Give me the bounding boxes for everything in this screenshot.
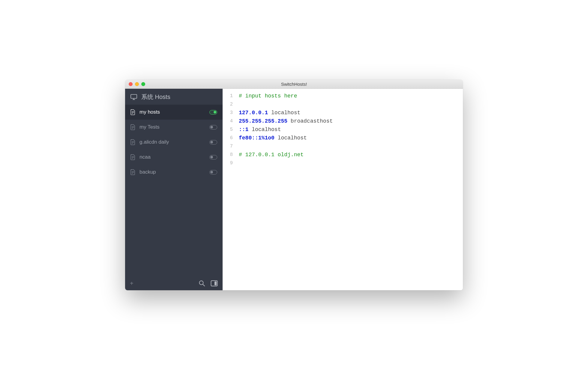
zoom-window-button[interactable] bbox=[141, 82, 145, 86]
file-icon bbox=[130, 169, 135, 175]
content-area: 系统 Hosts my hostsmy Testsg.alicdn dailyn… bbox=[125, 89, 463, 290]
code-line[interactable] bbox=[239, 159, 333, 167]
code-line[interactable]: ::1 localhost bbox=[239, 125, 333, 134]
ip-address: 255.255.255.255 bbox=[239, 118, 287, 124]
line-number-gutter: 123456789 bbox=[223, 89, 236, 290]
file-icon bbox=[130, 139, 135, 145]
line-number: 5 bbox=[223, 125, 233, 134]
comment-text: # input hosts here bbox=[239, 93, 297, 99]
line-number: 6 bbox=[223, 134, 233, 142]
svg-line-19 bbox=[203, 284, 205, 286]
sidebar-item-ncaa[interactable]: ncaa bbox=[125, 150, 223, 165]
line-number: 8 bbox=[223, 151, 233, 159]
sidebar-item-label: my Tests bbox=[140, 124, 205, 130]
sidebar-header-label: 系统 Hosts bbox=[141, 93, 170, 101]
add-host-button[interactable]: + bbox=[130, 280, 134, 286]
file-icon bbox=[130, 124, 135, 130]
ip-address: 127.0.0.1 bbox=[239, 110, 268, 116]
hosts-editor[interactable]: 123456789 # input hosts here 127.0.0.1 l… bbox=[223, 89, 463, 290]
sidebar-item-system-hosts[interactable]: 系统 Hosts bbox=[125, 89, 223, 105]
minimize-window-button[interactable] bbox=[135, 82, 139, 86]
close-window-button[interactable] bbox=[129, 82, 133, 86]
code-line[interactable]: # input hosts here bbox=[239, 92, 333, 100]
code-area[interactable]: # input hosts here 127.0.0.1 localhost25… bbox=[236, 89, 335, 290]
sidebar-item-my-tests[interactable]: my Tests bbox=[125, 120, 223, 135]
sidebar-item-my-hosts[interactable]: my hosts bbox=[125, 105, 223, 120]
monitor-icon bbox=[130, 94, 137, 100]
sidebar-item-label: backup bbox=[140, 169, 205, 175]
sidebar-item-label: g.alicdn daily bbox=[140, 139, 205, 145]
panel-toggle-icon[interactable] bbox=[211, 280, 218, 287]
hostname: localhost bbox=[278, 135, 307, 141]
file-icon bbox=[130, 154, 135, 160]
sidebar-list: my hostsmy Testsg.alicdn dailyncaabackup bbox=[125, 105, 223, 276]
hostname: broadcasthost bbox=[291, 118, 333, 124]
titlebar[interactable]: SwitchHosts! bbox=[125, 80, 463, 89]
code-line[interactable]: 255.255.255.255 broadcasthost bbox=[239, 117, 333, 125]
sidebar-item-label: my hosts bbox=[140, 109, 205, 115]
sidebar: 系统 Hosts my hostsmy Testsg.alicdn dailyn… bbox=[125, 89, 223, 290]
host-toggle[interactable] bbox=[209, 155, 217, 160]
traffic-lights bbox=[125, 82, 145, 86]
code-line[interactable] bbox=[239, 100, 333, 109]
code-line[interactable] bbox=[239, 142, 333, 151]
sidebar-footer: + bbox=[125, 276, 223, 290]
line-number: 1 bbox=[223, 92, 233, 100]
search-icon[interactable] bbox=[199, 280, 205, 287]
svg-rect-0 bbox=[131, 94, 137, 98]
ip-address: ::1 bbox=[239, 127, 248, 133]
hostname: localhost bbox=[271, 110, 300, 116]
line-number: 9 bbox=[223, 159, 233, 167]
code-line[interactable]: fe80::1%1o0 localhost bbox=[239, 134, 333, 142]
line-number: 7 bbox=[223, 142, 233, 151]
comment-text: # 127.0.0.1 oldj.net bbox=[239, 152, 304, 158]
host-toggle[interactable] bbox=[209, 125, 217, 130]
file-icon bbox=[130, 109, 135, 115]
window-title: SwitchHosts! bbox=[125, 82, 463, 87]
sidebar-item-label: ncaa bbox=[140, 154, 205, 160]
svg-rect-21 bbox=[214, 282, 217, 285]
sidebar-item-backup[interactable]: backup bbox=[125, 165, 223, 180]
code-line[interactable]: # 127.0.0.1 oldj.net bbox=[239, 151, 333, 159]
ip-address: fe80::1%1o0 bbox=[239, 135, 274, 141]
host-toggle[interactable] bbox=[209, 140, 217, 145]
code-line[interactable]: 127.0.0.1 localhost bbox=[239, 109, 333, 117]
host-toggle[interactable] bbox=[209, 170, 217, 175]
line-number: 3 bbox=[223, 109, 233, 117]
host-toggle[interactable] bbox=[209, 110, 217, 115]
line-number: 2 bbox=[223, 100, 233, 109]
app-window: SwitchHosts! 系统 Hosts my hostsmy Testsg.… bbox=[125, 80, 463, 290]
line-number: 4 bbox=[223, 117, 233, 125]
hostname: localhost bbox=[252, 127, 281, 133]
sidebar-item-g-alicdn-daily[interactable]: g.alicdn daily bbox=[125, 135, 223, 150]
